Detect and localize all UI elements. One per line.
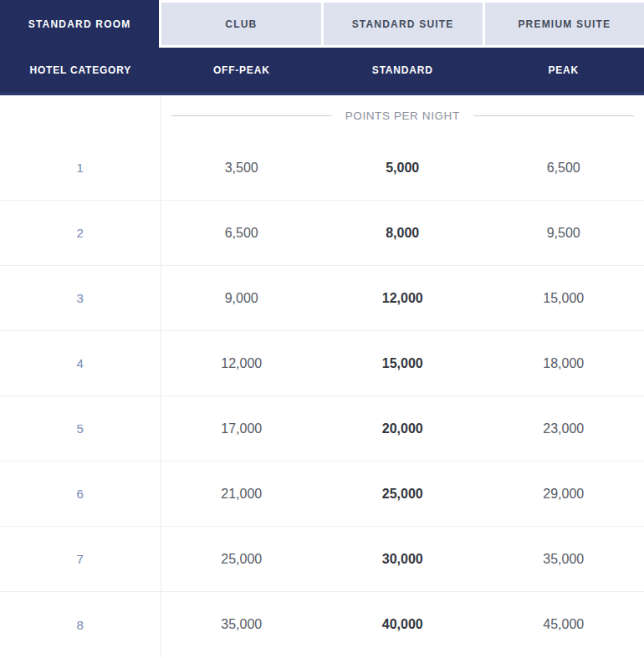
table-row: 3 9,000 12,000 15,000 bbox=[0, 266, 644, 331]
table-row: 4 12,000 15,000 18,000 bbox=[0, 331, 644, 396]
table-row: 1 3,500 5,000 6,500 bbox=[0, 135, 644, 201]
off-peak-cell: 17,000 bbox=[161, 396, 323, 461]
standard-cell: 5,000 bbox=[322, 135, 483, 200]
tab-standard-room[interactable]: STANDARD ROOM bbox=[0, 0, 159, 48]
column-header-off-peak: OFF-PEAK bbox=[161, 48, 323, 92]
column-header-peak: PEAK bbox=[483, 48, 644, 92]
peak-cell: 45,000 bbox=[483, 592, 644, 657]
points-per-night-label: POINTS PER NIGHT bbox=[332, 110, 473, 122]
category-cell: 3 bbox=[0, 266, 161, 330]
tab-premium-suite[interactable]: PREMIUM SUITE bbox=[485, 3, 644, 45]
tab-club-label: CLUB bbox=[225, 18, 257, 30]
column-header-hotel-category: HOTEL CATEGORY bbox=[0, 48, 161, 92]
table-row: 6 21,000 25,000 29,000 bbox=[0, 462, 644, 527]
table-body: POINTS PER NIGHT 1 3,500 5,000 6,500 2 6… bbox=[0, 95, 644, 657]
tab-standard-room-label: STANDARD ROOM bbox=[28, 18, 131, 30]
peak-cell: 9,500 bbox=[483, 201, 644, 265]
off-peak-cell: 12,000 bbox=[161, 331, 323, 395]
right-rule-line bbox=[473, 115, 634, 116]
table-row: 2 6,500 8,000 9,500 bbox=[0, 201, 644, 266]
points-band-spacer bbox=[0, 95, 161, 135]
standard-cell: 30,000 bbox=[322, 527, 483, 591]
peak-cell: 35,000 bbox=[483, 527, 644, 591]
category-cell: 7 bbox=[0, 527, 161, 591]
peak-cell: 6,500 bbox=[483, 135, 644, 200]
tab-standard-suite-label: STANDARD SUITE bbox=[352, 18, 454, 30]
off-peak-cell: 21,000 bbox=[161, 462, 323, 526]
points-band-content: POINTS PER NIGHT bbox=[161, 95, 644, 135]
off-peak-cell: 3,500 bbox=[161, 135, 323, 200]
off-peak-cell: 6,500 bbox=[161, 201, 323, 265]
peak-cell: 29,000 bbox=[483, 462, 644, 526]
off-peak-cell: 25,000 bbox=[161, 527, 323, 591]
tab-club[interactable]: CLUB bbox=[161, 3, 320, 45]
peak-cell: 23,000 bbox=[483, 396, 644, 461]
peak-cell: 15,000 bbox=[483, 266, 644, 330]
standard-cell: 15,000 bbox=[322, 331, 483, 395]
standard-cell: 20,000 bbox=[322, 396, 483, 461]
table-row: 7 25,000 30,000 35,000 bbox=[0, 527, 644, 592]
left-rule-line bbox=[171, 115, 332, 116]
room-type-tabs: STANDARD ROOM CLUB STANDARD SUITE PREMIU… bbox=[0, 0, 644, 48]
table-row: 8 35,000 40,000 45,000 bbox=[0, 592, 644, 657]
category-cell: 6 bbox=[0, 462, 161, 526]
off-peak-cell: 35,000 bbox=[161, 592, 323, 657]
standard-cell: 40,000 bbox=[322, 592, 483, 657]
award-points-chart: STANDARD ROOM CLUB STANDARD SUITE PREMIU… bbox=[0, 0, 644, 658]
category-cell: 8 bbox=[0, 592, 161, 657]
standard-cell: 25,000 bbox=[322, 462, 483, 526]
points-per-night-band: POINTS PER NIGHT bbox=[0, 95, 644, 135]
peak-cell: 18,000 bbox=[483, 331, 644, 395]
table-row: 5 17,000 20,000 23,000 bbox=[0, 396, 644, 462]
category-cell: 5 bbox=[0, 396, 161, 461]
column-header-standard: STANDARD bbox=[322, 48, 483, 92]
table-header-row: HOTEL CATEGORY OFF-PEAK STANDARD PEAK bbox=[0, 48, 644, 95]
category-cell: 1 bbox=[0, 135, 161, 200]
category-cell: 2 bbox=[0, 201, 161, 265]
off-peak-cell: 9,000 bbox=[161, 266, 323, 330]
tab-premium-suite-label: PREMIUM SUITE bbox=[518, 18, 611, 30]
category-cell: 4 bbox=[0, 331, 161, 395]
standard-cell: 12,000 bbox=[322, 266, 483, 330]
tab-standard-suite[interactable]: STANDARD SUITE bbox=[324, 3, 483, 45]
standard-cell: 8,000 bbox=[322, 201, 483, 265]
